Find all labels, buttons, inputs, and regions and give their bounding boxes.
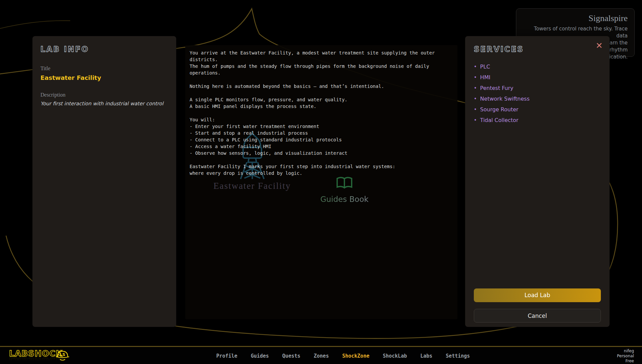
close-icon[interactable]: ✕: [594, 41, 604, 51]
svg-text:LS: LS: [60, 352, 65, 357]
service-link-plc[interactable]: PLC: [480, 64, 490, 70]
service-link-hmi[interactable]: HMI: [480, 74, 491, 81]
services-header: SERVICES: [474, 45, 601, 53]
lab-info-panel: LAB INFO Title Eastwater Facility Descri…: [32, 36, 176, 327]
user-info: nifeg Personal Free: [617, 349, 634, 364]
service-item-plc: PLC: [474, 64, 601, 70]
nav-item-zones[interactable]: Zones: [314, 353, 329, 359]
user-name: nifeg: [617, 349, 634, 354]
service-link-network-swiftness[interactable]: Network Swiftness: [480, 96, 530, 102]
nav-item-shockzone[interactable]: ShockZone: [342, 353, 369, 359]
service-item-tidal-collector: Tidal Collector: [474, 117, 601, 123]
user-plan: Personal: [617, 354, 634, 359]
cancel-button[interactable]: Cancel: [474, 309, 601, 323]
service-link-sourge-router[interactable]: Sourge Router: [480, 106, 519, 113]
footer-nav: Profile Guides Quests Zones ShockZone Sh…: [216, 347, 470, 364]
service-link-tidal-collector[interactable]: Tidal Collector: [480, 117, 518, 123]
lab-description-label: Description: [40, 92, 168, 98]
nav-item-shocklab[interactable]: ShockLab: [383, 353, 407, 359]
open-book-icon: [336, 176, 353, 191]
guides-book-button[interactable]: Guides Book: [318, 176, 371, 204]
lab-title-label: Title: [40, 66, 168, 72]
labshock-logo-reflection: LABSHOCK: [9, 356, 63, 364]
nav-item-settings[interactable]: Settings: [446, 353, 470, 359]
lab-title-value: Eastwater Facility: [40, 74, 168, 81]
user-tier: Free: [617, 359, 634, 364]
nav-item-quests[interactable]: Quests: [282, 353, 300, 359]
services-panel: ✕ SERVICES PLC HMI Pentest Fury Network …: [465, 36, 610, 327]
lab-info-header: LAB INFO: [40, 45, 168, 53]
nav-item-labs[interactable]: Labs: [420, 353, 432, 359]
footer-bar: LABSHOCK LABSHOCK LS Profile Guides Ques…: [0, 346, 642, 364]
lab-brief-panel: Eastwater Facility You arrive at the Eas…: [185, 45, 457, 319]
labshock-logo[interactable]: LABSHOCK LABSHOCK: [9, 350, 63, 364]
service-item-hmi: HMI: [474, 74, 601, 81]
service-item-network-swiftness: Network Swiftness: [474, 96, 601, 102]
nav-item-guides[interactable]: Guides: [251, 353, 269, 359]
service-item-pentest-fury: Pentest Fury: [474, 85, 601, 91]
zone-card-title: Signalspire: [523, 13, 628, 23]
lab-description-value: Your first interaction with industrial w…: [40, 101, 168, 107]
watermark-label: Eastwater Facility: [205, 181, 299, 191]
lab-brief-text: You arrive at the Eastwater Facility, a …: [190, 49, 454, 176]
hard-hat-ls-icon: LS: [55, 349, 70, 362]
guides-book-label: Guides Book: [318, 195, 371, 204]
nav-item-profile[interactable]: Profile: [216, 353, 237, 359]
service-item-sourge-router: Sourge Router: [474, 106, 601, 113]
load-lab-button[interactable]: Load Lab: [474, 288, 601, 302]
services-list: PLC HMI Pentest Fury Network Swiftness S…: [474, 64, 601, 123]
service-link-pentest-fury[interactable]: Pentest Fury: [480, 85, 513, 91]
